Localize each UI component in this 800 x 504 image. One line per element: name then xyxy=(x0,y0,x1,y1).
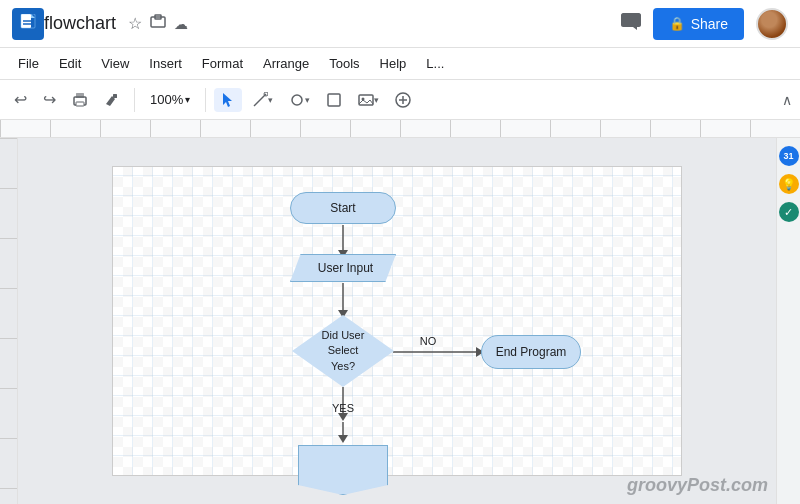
svg-rect-16 xyxy=(359,95,373,105)
avatar xyxy=(756,8,788,40)
ruler xyxy=(0,120,800,138)
app-icon xyxy=(12,8,44,40)
canvas-area: NO YES Start User Input Did xyxy=(0,138,800,504)
image-arrow: ▾ xyxy=(374,95,379,105)
menu-arrange[interactable]: Arrange xyxy=(253,52,319,75)
svg-rect-10 xyxy=(76,102,84,106)
menu-bar: File Edit View Insert Format Arrange Too… xyxy=(0,48,800,80)
ruler-marks xyxy=(0,120,800,137)
svg-rect-9 xyxy=(76,93,84,98)
bulb-side-button[interactable]: 💡 xyxy=(779,174,799,194)
drive-icon xyxy=(150,14,166,33)
menu-format[interactable]: Format xyxy=(192,52,253,75)
line-arrow: ▾ xyxy=(268,95,273,105)
zoom-control[interactable]: 100% ▾ xyxy=(143,89,197,110)
menu-insert[interactable]: Insert xyxy=(139,52,192,75)
undo-button[interactable]: ↩ xyxy=(8,86,33,113)
sep1 xyxy=(134,88,135,112)
title-bar: flowchart ☆ ☁ 🔒 Share xyxy=(0,0,800,48)
menu-more[interactable]: L... xyxy=(416,52,454,75)
print-button[interactable] xyxy=(66,88,94,112)
pentagon-shape xyxy=(298,445,388,495)
watermark: groovyPost.com xyxy=(627,475,768,496)
menu-edit[interactable]: Edit xyxy=(49,52,91,75)
flowchart-svg: NO YES xyxy=(113,167,681,475)
user-input-shape: User Input xyxy=(290,254,396,282)
calendar-side-button[interactable]: 31 xyxy=(779,146,799,166)
menu-file[interactable]: File xyxy=(8,52,49,75)
svg-marker-32 xyxy=(338,435,348,443)
decision-text: Did User Select Yes? xyxy=(292,315,394,387)
start-shape: Start xyxy=(290,192,396,224)
collapse-toolbar-button[interactable]: ∧ xyxy=(782,92,792,108)
image-tool-button[interactable]: ▾ xyxy=(352,88,385,112)
redo-button[interactable]: ↪ xyxy=(37,86,62,113)
doc-surface: NO YES Start User Input Did xyxy=(112,166,682,476)
share-button[interactable]: 🔒 Share xyxy=(653,8,744,40)
text-tool-button[interactable] xyxy=(320,88,348,112)
add-button[interactable] xyxy=(389,88,417,112)
svg-text:NO: NO xyxy=(420,335,437,347)
star-icon[interactable]: ☆ xyxy=(128,14,142,33)
format-paint-button[interactable] xyxy=(98,88,126,112)
doc-title: flowchart xyxy=(44,13,116,34)
lock-icon: 🔒 xyxy=(669,16,685,31)
zoom-value: 100% xyxy=(150,92,183,107)
cloud-icon: ☁ xyxy=(174,16,188,32)
zoom-arrow: ▾ xyxy=(185,94,190,105)
menu-view[interactable]: View xyxy=(91,52,139,75)
drawing-canvas[interactable]: NO YES Start User Input Did xyxy=(18,138,776,504)
svg-rect-15 xyxy=(328,94,340,106)
svg-line-12 xyxy=(254,94,266,106)
shape-arrow: ▾ xyxy=(305,95,310,105)
svg-marker-29 xyxy=(338,413,348,421)
svg-rect-11 xyxy=(113,94,117,98)
svg-text:YES: YES xyxy=(332,402,354,414)
end-program-shape: End Program xyxy=(481,335,581,369)
menu-tools[interactable]: Tools xyxy=(319,52,369,75)
line-tool-button[interactable]: ▾ xyxy=(246,88,279,112)
comment-button[interactable] xyxy=(621,11,641,36)
decision-shape: Did User Select Yes? xyxy=(292,315,394,387)
shape-tool-button[interactable]: ▾ xyxy=(283,88,316,112)
menu-help[interactable]: Help xyxy=(370,52,417,75)
vertical-ruler xyxy=(0,138,18,504)
toolbar: ↩ ↪ 100% ▾ ▾ ▾ ▾ ∧ xyxy=(0,80,800,120)
share-label: Share xyxy=(691,16,728,32)
side-panel: 31 💡 ✓ xyxy=(776,138,800,504)
svg-point-14 xyxy=(292,95,302,105)
check-side-button[interactable]: ✓ xyxy=(779,202,799,222)
select-tool-button[interactable] xyxy=(214,88,242,112)
sep2 xyxy=(205,88,206,112)
